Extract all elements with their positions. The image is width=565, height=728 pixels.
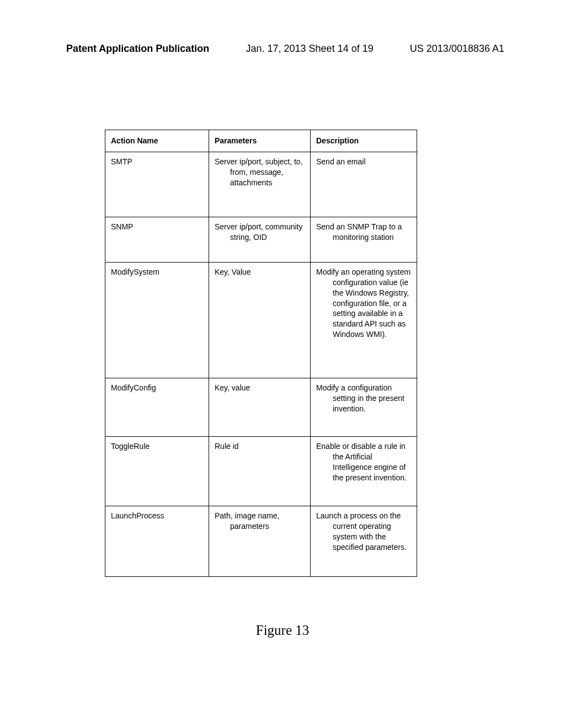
table-row: ModifySystem Key, Value Modify an operat… (105, 262, 417, 378)
cell-params: Path, image name, parameters (209, 506, 311, 576)
cell-params: Rule id (209, 436, 311, 506)
cell-action: LaunchProcess (105, 506, 209, 576)
cell-action: SNMP (105, 217, 209, 262)
header-right: US 2013/0018836 A1 (410, 43, 504, 55)
page-header: Patent Application Publication Jan. 17, … (0, 43, 565, 55)
cell-action: ToggleRule (105, 436, 209, 506)
col-description: Description (311, 130, 417, 152)
table-header-row: Action Name Parameters Description (105, 130, 417, 152)
cell-action: ModifySystem (105, 262, 209, 378)
actions-table-container: Action Name Parameters Description SMTP … (105, 130, 417, 577)
table-row: ModifyConfig Key, value Modify a configu… (105, 378, 417, 436)
cell-params: Server ip/port, community string, OID (209, 217, 311, 262)
cell-desc: Send an email (311, 152, 417, 217)
figure-caption: Figure 13 (0, 623, 565, 638)
cell-desc: Launch a process on the current operatin… (311, 506, 417, 576)
cell-params: Key, Value (209, 262, 311, 378)
col-parameters: Parameters (209, 130, 311, 152)
col-action-name: Action Name (105, 130, 209, 152)
cell-params: Key, value (209, 378, 311, 436)
actions-table: Action Name Parameters Description SMTP … (105, 130, 417, 577)
cell-desc: Modify an operating system configuration… (311, 262, 417, 378)
table-row: SNMP Server ip/port, community string, O… (105, 217, 417, 262)
table-row: ToggleRule Rule id Enable or disable a r… (105, 436, 417, 506)
header-left: Patent Application Publication (66, 43, 209, 55)
table-row: LaunchProcess Path, image name, paramete… (105, 506, 417, 576)
cell-desc: Modify a configuration setting in the pr… (311, 378, 417, 436)
cell-action: ModifyConfig (105, 378, 209, 436)
cell-desc: Enable or disable a rule in the Artifici… (311, 436, 417, 506)
cell-params: Server ip/port, subject, to, from, messa… (209, 152, 311, 217)
table-row: SMTP Server ip/port, subject, to, from, … (105, 152, 417, 217)
cell-action: SMTP (105, 152, 209, 217)
cell-desc: Send an SNMP Trap to a monitoring statio… (311, 217, 417, 262)
header-center: Jan. 17, 2013 Sheet 14 of 19 (246, 43, 374, 55)
